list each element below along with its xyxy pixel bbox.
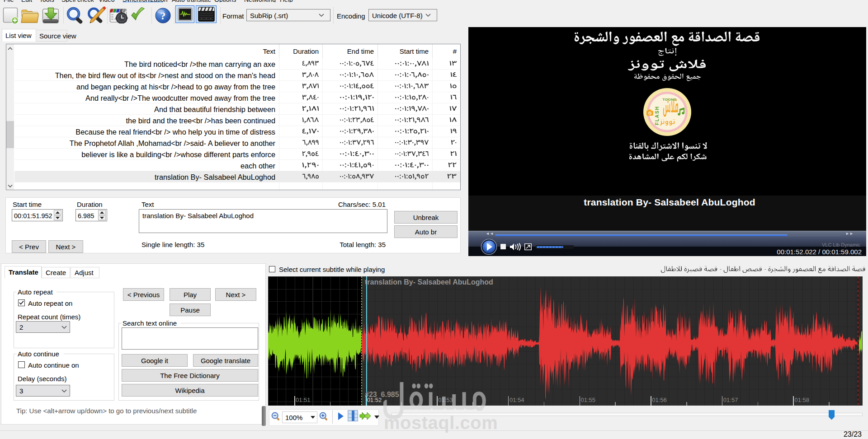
svg-text:FLASH: FLASH xyxy=(654,106,660,126)
svg-text:?: ? xyxy=(160,10,166,22)
